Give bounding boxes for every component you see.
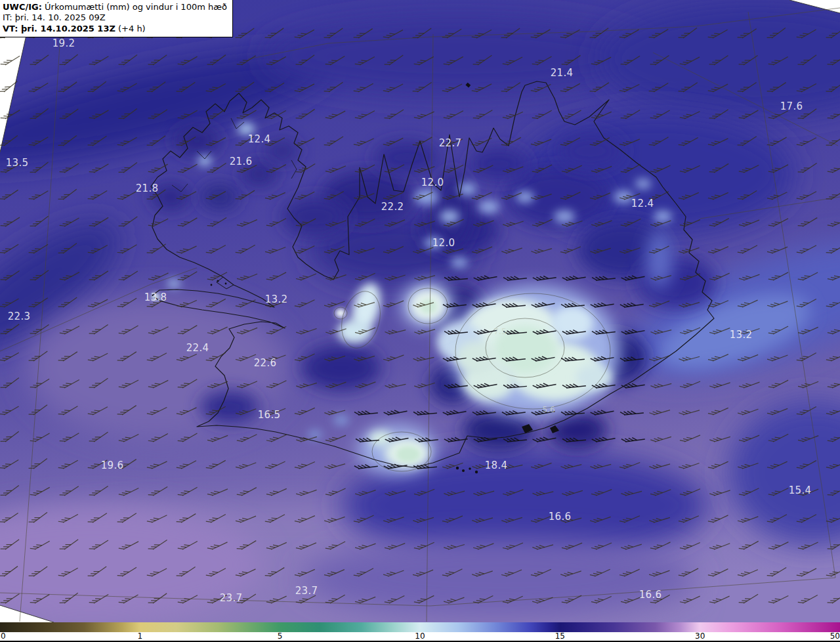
valid-time: VT: þri. 14.10.2025 13Z: [3, 24, 116, 33]
valid-offset: (+4 h): [116, 24, 146, 33]
colorbar-tick: 10: [415, 631, 425, 641]
map-canvas: [0, 0, 840, 622]
colorbar-tick: 50: [830, 631, 840, 641]
colorbar-tick: 0: [1, 631, 6, 641]
colorbar-tick: 5: [278, 631, 283, 641]
colorbar-tick: 30: [695, 631, 705, 641]
colorbar-tick: 15: [555, 631, 565, 641]
colorbar-tick: 1: [138, 631, 143, 641]
colorbar-tick-labels: 01510153050: [0, 632, 840, 641]
colorbar: 01510153050: [0, 622, 840, 642]
precipitation-field: [0, 0, 840, 622]
contour-value-label: 5.6: [542, 405, 555, 414]
product-code: UWC/IG:: [3, 2, 42, 12]
title-line-valid: VT: þri. 14.10.2025 13Z (+4 h): [3, 24, 227, 34]
title-line-product: UWC/IG: Úrkomumætti (mm) og vindur i 100…: [3, 2, 227, 12]
contour-value-label: 7.5: [494, 327, 506, 336]
product-title: Úrkomumætti (mm) og vindur i 100m hæð: [42, 2, 227, 12]
title-box: UWC/IG: Úrkomumætti (mm) og vindur i 100…: [0, 0, 233, 37]
weather-map-viewport: 19.221.417.612.422.713.521.612.021.812.4…: [0, 0, 840, 642]
title-line-init: IT: þri. 14. 10. 2025 09Z: [3, 12, 227, 23]
